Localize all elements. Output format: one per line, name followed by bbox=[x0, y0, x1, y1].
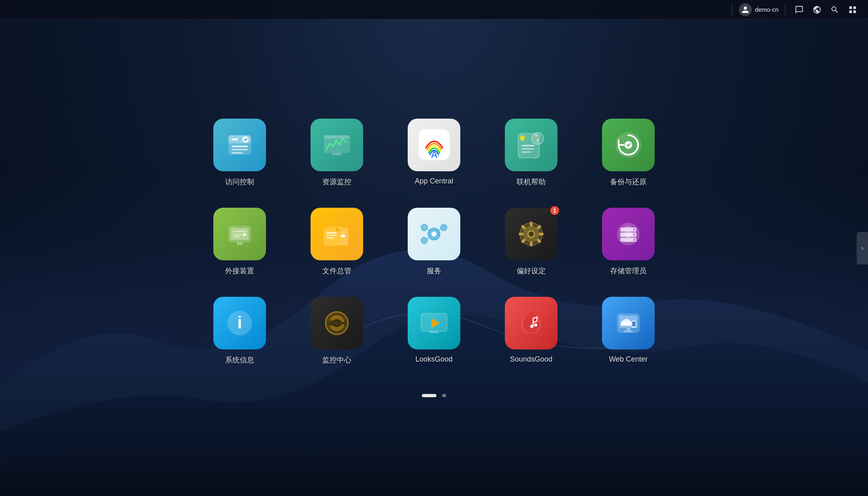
app-item-looksgood[interactable]: LooksGood bbox=[402, 297, 466, 378]
svg-point-59 bbox=[529, 231, 534, 236]
app-label-looksgood: LooksGood bbox=[415, 355, 453, 364]
app-item-resource-monitor[interactable]: 资源监控 bbox=[304, 119, 369, 200]
app-label-storage-manager: 存储管理员 bbox=[610, 266, 647, 276]
svg-rect-92 bbox=[632, 321, 636, 326]
svg-rect-37 bbox=[326, 232, 337, 233]
app-label-app-central: App Central bbox=[415, 177, 453, 185]
app-icon-preferences bbox=[505, 208, 557, 260]
svg-rect-90 bbox=[624, 330, 633, 332]
app-icon-online-help: N bbox=[505, 119, 557, 171]
app-item-system-info[interactable]: i 系统信息 bbox=[207, 297, 272, 378]
svg-rect-16 bbox=[521, 145, 534, 146]
app-icon-wrap-soundsgood bbox=[505, 297, 557, 349]
next-page-arrow[interactable]: › bbox=[857, 232, 868, 264]
svg-rect-4 bbox=[232, 149, 248, 150]
app-label-soundsgood: SoundsGood bbox=[510, 355, 552, 364]
svg-rect-52 bbox=[530, 242, 532, 246]
svg-point-6 bbox=[242, 136, 249, 143]
search-icon-btn[interactable] bbox=[828, 2, 842, 17]
app-icon-wrap-system-info: i bbox=[213, 297, 266, 349]
app-icon-resource-monitor bbox=[311, 119, 363, 171]
globe-icon-btn[interactable] bbox=[810, 2, 824, 17]
app-label-access-control: 访问控制 bbox=[225, 177, 254, 187]
svg-rect-89 bbox=[626, 328, 630, 330]
taskbar-user[interactable]: demo-cn bbox=[739, 3, 779, 16]
user-avatar-icon bbox=[739, 3, 752, 16]
app-item-soundsgood[interactable]: SoundsGood bbox=[499, 297, 564, 378]
app-item-surveillance[interactable]: 监控中心 bbox=[304, 297, 369, 378]
messages-icon-btn[interactable] bbox=[792, 2, 806, 17]
svg-point-81 bbox=[530, 325, 534, 328]
app-icon-access-control bbox=[213, 119, 266, 171]
page-dots bbox=[422, 394, 446, 397]
app-item-preferences[interactable]: 1偏好设定 bbox=[499, 208, 564, 289]
app-item-services[interactable]: 服务 bbox=[402, 208, 466, 289]
taskbar-right: demo-cn bbox=[729, 2, 860, 17]
app-icon-wrap-file-manager bbox=[311, 208, 363, 260]
page-dot-2[interactable] bbox=[442, 394, 446, 397]
svg-rect-75 bbox=[329, 320, 342, 326]
app-icon-wrap-backup-restore bbox=[602, 119, 655, 171]
app-label-preferences: 偏好设定 bbox=[517, 266, 546, 276]
svg-point-28 bbox=[243, 233, 246, 236]
svg-rect-39 bbox=[326, 237, 334, 238]
page-dot-1[interactable] bbox=[422, 394, 436, 397]
svg-point-66 bbox=[633, 234, 635, 236]
app-icon-looksgood bbox=[408, 297, 460, 349]
app-icon-wrap-surveillance bbox=[311, 297, 363, 349]
app-icon-web-center bbox=[602, 297, 655, 349]
svg-rect-9 bbox=[332, 153, 342, 155]
svg-rect-18 bbox=[521, 151, 531, 153]
svg-rect-3 bbox=[232, 145, 248, 147]
app-icon-wrap-online-help: N bbox=[505, 119, 557, 171]
svg-rect-53 bbox=[519, 232, 523, 235]
app-item-app-central[interactable]: A App Central bbox=[402, 119, 466, 200]
app-icon-system-info: i bbox=[213, 297, 266, 349]
svg-rect-38 bbox=[326, 234, 337, 236]
svg-rect-17 bbox=[521, 148, 534, 149]
app-label-backup-restore: 备份与还原 bbox=[610, 177, 647, 187]
svg-text:i: i bbox=[237, 313, 242, 332]
main-content: 访问控制 资源监控 A App Central N 联机帮助 bbox=[0, 19, 868, 496]
app-item-file-manager[interactable]: 文件总管 bbox=[304, 208, 369, 289]
app-icon-wrap-looksgood bbox=[408, 297, 460, 349]
app-item-access-control[interactable]: 访问控制 bbox=[207, 119, 272, 200]
app-item-web-center[interactable]: Web Center bbox=[596, 297, 661, 378]
app-icon-file-manager bbox=[311, 208, 363, 260]
app-label-external-device: 外接装置 bbox=[225, 266, 254, 276]
app-badge-preferences: 1 bbox=[549, 205, 560, 216]
app-item-backup-restore[interactable]: 备份与还原 bbox=[596, 119, 661, 200]
app-icon-wrap-resource-monitor bbox=[311, 119, 363, 171]
svg-text:A: A bbox=[430, 149, 437, 160]
taskbar-divider-2 bbox=[785, 4, 785, 15]
app-icon-wrap-services bbox=[408, 208, 460, 260]
svg-rect-24 bbox=[231, 228, 249, 240]
app-item-storage-manager[interactable]: 存储管理员 bbox=[596, 208, 661, 289]
svg-rect-5 bbox=[232, 152, 243, 153]
svg-rect-88 bbox=[621, 323, 632, 326]
app-label-file-manager: 文件总管 bbox=[322, 266, 351, 276]
grid-icon-btn[interactable] bbox=[845, 2, 860, 17]
app-icon-surveillance bbox=[311, 297, 363, 349]
app-icon-storage-manager bbox=[602, 208, 655, 260]
svg-point-64 bbox=[633, 228, 635, 230]
app-item-online-help[interactable]: N 联机帮助 bbox=[499, 119, 564, 200]
app-icon-services bbox=[408, 208, 460, 260]
app-item-external-device[interactable]: 外接装置 bbox=[207, 208, 272, 289]
app-label-web-center: Web Center bbox=[609, 355, 648, 364]
app-icon-wrap-app-central: A bbox=[408, 119, 460, 171]
svg-point-19 bbox=[520, 135, 525, 140]
app-icon-soundsgood bbox=[505, 297, 557, 349]
svg-point-42 bbox=[421, 224, 428, 231]
username-label: demo-cn bbox=[755, 6, 779, 13]
svg-point-68 bbox=[633, 239, 635, 241]
app-label-online-help: 联机帮助 bbox=[517, 177, 546, 187]
app-icon-wrap-web-center bbox=[602, 297, 655, 349]
svg-rect-51 bbox=[530, 221, 532, 226]
svg-rect-8 bbox=[324, 135, 350, 138]
svg-point-82 bbox=[534, 323, 537, 326]
svg-point-44 bbox=[421, 237, 428, 244]
svg-point-93 bbox=[633, 326, 634, 328]
svg-rect-30 bbox=[238, 243, 241, 244]
app-icon-wrap-external-device bbox=[213, 208, 266, 260]
